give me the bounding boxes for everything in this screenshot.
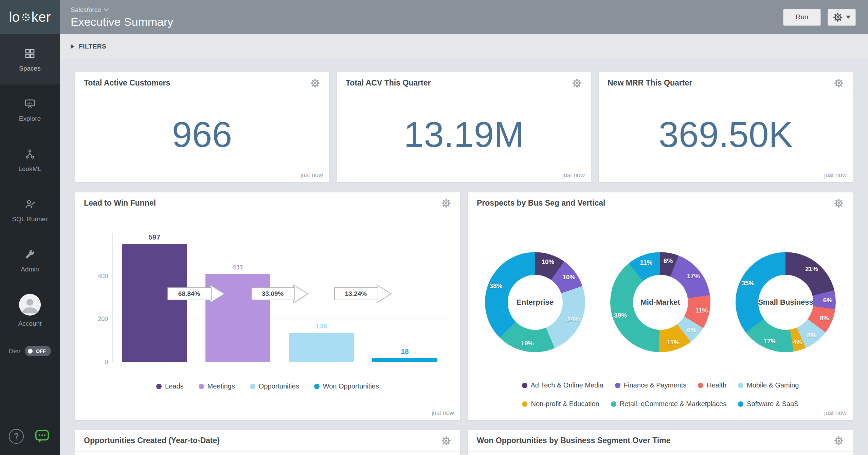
legend-item[interactable]: Software & SaaS bbox=[738, 400, 798, 408]
donut-mid-market[interactable]: Mid-Market 6%17%11%6%11%39%11% bbox=[610, 252, 710, 352]
kpi-value: 13.19M bbox=[337, 94, 591, 182]
dashboard-content: Total Active Customers 966 just now Tota… bbox=[60, 59, 868, 455]
legend-color-dot bbox=[250, 384, 255, 389]
slice-percent-label: 39% bbox=[614, 312, 627, 319]
slice-percent-label: 11% bbox=[695, 307, 708, 314]
slice-percent-label: 6% bbox=[823, 297, 832, 304]
funnel-bar-won-opportunities[interactable] bbox=[372, 358, 437, 362]
gear-icon bbox=[833, 12, 843, 22]
sidebar-item-sql-runner[interactable]: SQL Runner bbox=[0, 185, 60, 235]
logo-text-prefix: lo bbox=[9, 10, 20, 25]
tile-title: New MRR This Quarter bbox=[608, 78, 692, 88]
sidebar-item-account[interactable]: Account bbox=[0, 285, 60, 336]
legend-item[interactable]: Retail, eCommerce & Marketplaces bbox=[611, 400, 727, 408]
gear-icon[interactable] bbox=[834, 198, 844, 208]
slice-percent-label: 6% bbox=[687, 326, 696, 334]
dashboard-settings-button[interactable] bbox=[828, 9, 856, 26]
slice-percent-label: 8% bbox=[820, 315, 829, 322]
conversion-arrow: 33.09% bbox=[251, 284, 309, 305]
slice-percent-label: 6% bbox=[664, 257, 673, 265]
legend-color-dot bbox=[698, 383, 703, 388]
gear-icon[interactable] bbox=[572, 78, 582, 88]
bar-value-label: 411 bbox=[232, 263, 244, 271]
donut-center-label: Enterprise bbox=[508, 275, 563, 330]
gear-icon[interactable] bbox=[834, 436, 844, 446]
tile-title: Won Opportunities by Business Segment Ov… bbox=[477, 436, 670, 445]
legend-item[interactable]: Opportunities bbox=[250, 382, 299, 390]
header-titles: Salesforce Executive Summary bbox=[71, 6, 173, 29]
sidebar-item-admin[interactable]: Admin bbox=[0, 235, 60, 285]
sidebar-item-label: Account bbox=[18, 320, 42, 327]
conversion-arrow: 68.84% bbox=[167, 284, 225, 305]
legend-item[interactable]: Health bbox=[698, 381, 726, 389]
tile-updated: just now bbox=[562, 172, 585, 179]
legend-color-dot bbox=[738, 383, 743, 388]
sidebar-item-lookml[interactable]: LookML bbox=[0, 135, 60, 185]
slice-percent-label: 11% bbox=[640, 259, 652, 266]
legend-item[interactable]: Finance & Payments bbox=[615, 381, 687, 389]
bar-value-label: 18 bbox=[401, 347, 409, 356]
gear-icon[interactable] bbox=[441, 198, 451, 208]
kpi-value: 966 bbox=[75, 94, 329, 182]
slice-percent-label: 8% bbox=[807, 331, 816, 339]
bar-value-label: 597 bbox=[148, 233, 160, 241]
kpi-value: 369.50K bbox=[599, 94, 853, 182]
funnel-bar-opportunities[interactable] bbox=[289, 333, 354, 362]
slice-percent-label: 10% bbox=[541, 258, 554, 266]
gear-icon[interactable] bbox=[834, 78, 844, 88]
legend-item[interactable]: Ad Tech & Online Media bbox=[522, 381, 603, 389]
legend-label: Health bbox=[707, 381, 726, 389]
breadcrumb-label: Salesforce bbox=[71, 6, 101, 14]
lookml-branch-icon bbox=[24, 147, 35, 161]
slice-percent-label: 17% bbox=[763, 338, 776, 345]
legend-label: Ad Tech & Online Media bbox=[531, 381, 603, 389]
legend-label: Non-profit & Education bbox=[531, 400, 599, 408]
dev-mode-toggle[interactable]: OFF bbox=[25, 346, 51, 356]
legend-label: Software & SaaS bbox=[747, 400, 798, 408]
donut-row: Enterprise 10%10%24%19%38% Mid-Market 6%… bbox=[468, 252, 853, 352]
tile-title: Lead to Win Funnel bbox=[84, 198, 156, 208]
sidebar: lo ker Spaces bbox=[0, 0, 60, 455]
sidebar-item-label: Spaces bbox=[19, 65, 40, 72]
filters-bar[interactable]: FILTERS bbox=[60, 34, 868, 59]
tile-header: Opportunities Created (Year-to-Date) bbox=[75, 430, 460, 452]
prospects-tile: Prospects by Bus Seg and Vertical Enterp… bbox=[468, 192, 853, 420]
sidebar-bottom: ? bbox=[9, 429, 50, 444]
legend-item[interactable]: Leads bbox=[156, 382, 184, 390]
slice-percent-label: 38% bbox=[490, 282, 503, 290]
won-opportunities-tile: Won Opportunities by Business Segment Ov… bbox=[468, 430, 853, 455]
tile-header: Won Opportunities by Business Segment Ov… bbox=[468, 430, 853, 452]
legend-label: Won Opportunities bbox=[323, 382, 379, 390]
sidebar-item-explore[interactable]: Explore bbox=[0, 84, 60, 135]
donut-enterprise[interactable]: Enterprise 10%10%24%19%38% bbox=[485, 252, 585, 352]
spaces-grid-icon bbox=[24, 47, 35, 60]
legend-item[interactable]: Mobile & Gaming bbox=[738, 381, 799, 389]
legend-item[interactable]: Non-profit & Education bbox=[522, 400, 599, 408]
legend-item[interactable]: Meetings bbox=[199, 382, 235, 390]
breadcrumb[interactable]: Salesforce bbox=[71, 6, 173, 14]
filters-label: FILTERS bbox=[79, 43, 106, 50]
prospects-legend: Ad Tech & Online MediaFinance & Payments… bbox=[468, 381, 853, 408]
sidebar-item-label: SQL Runner bbox=[12, 215, 48, 223]
tile-updated: just now bbox=[824, 410, 847, 417]
tile-header: New MRR This Quarter bbox=[599, 72, 853, 94]
y-axis-tick-label: 400 bbox=[92, 272, 108, 280]
gear-icon[interactable] bbox=[441, 436, 451, 446]
help-icon[interactable]: ? bbox=[9, 429, 24, 444]
looker-logo[interactable]: lo ker bbox=[0, 0, 60, 34]
donut-center-label: Mid-Market bbox=[633, 275, 688, 330]
y-axis-tick-label: 200 bbox=[92, 316, 108, 323]
run-button[interactable]: Run bbox=[783, 9, 821, 26]
gear-icon[interactable] bbox=[310, 78, 320, 88]
legend-color-dot bbox=[199, 384, 204, 389]
legend-item[interactable]: Won Opportunities bbox=[314, 382, 379, 390]
page-title: Executive Summary bbox=[71, 15, 173, 29]
chat-icon[interactable] bbox=[34, 429, 50, 444]
donut-small-business[interactable]: Small Business 21%6%8%8%4%17%35% bbox=[736, 252, 836, 352]
bottom-row: Opportunities Created (Year-to-Date) Won… bbox=[75, 430, 853, 455]
funnel-plot: 02004005974111361868.84%33.09%13.24% bbox=[112, 233, 447, 362]
tile-updated: just now bbox=[432, 410, 454, 417]
sidebar-item-spaces[interactable]: Spaces bbox=[0, 34, 60, 84]
legend-label: Retail, eCommerce & Marketplaces bbox=[620, 400, 727, 408]
slice-percent-label: 19% bbox=[521, 340, 534, 347]
